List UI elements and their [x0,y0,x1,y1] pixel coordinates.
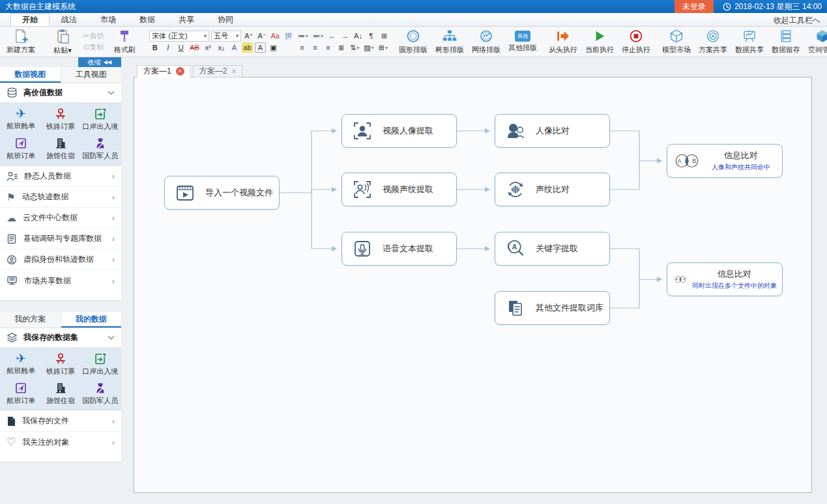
network-layout-button[interactable]: 网络排版 [468,28,504,55]
italic-button[interactable]: I [162,42,173,53]
line-spacing-button[interactable]: ⇅▾ [349,42,360,53]
subscript-button[interactable]: x₂ [216,42,227,53]
grid-item-flight-order[interactable]: 航班订单 [1,137,41,161]
grid-item-hotel-stay[interactable]: 旅馆住宿 [41,137,81,161]
tab-tool-view[interactable]: 工具视图 [61,67,122,83]
ribbon-tab-collab[interactable]: 协同 [206,13,245,26]
sidebar-item-static-personnel[interactable]: 静态人员数据 › [0,166,121,187]
node-face-compare[interactable]: 人像比对 [495,114,610,148]
sidebar-collapse-button[interactable]: 收缩 ◀◀ [78,57,121,67]
format-painter-button[interactable]: 格式刷 [106,29,143,55]
sidebar-item-virtual-identity[interactable]: 虚拟身份和轨迹数据 › [0,249,121,270]
increase-indent-button[interactable]: → [340,31,351,41]
grid-item-flight-manifest[interactable]: ✈ 航班舱单 [1,107,41,132]
tab-data-view[interactable]: 数据视图 [0,67,61,83]
font-family-select[interactable]: 宋体 (正文)▾ [149,31,209,42]
font-size-select[interactable]: 五号▾ [211,31,241,42]
data-retention-button[interactable]: 数据留存 [768,28,804,55]
node-keyword-extract[interactable]: A 关键字提取 [495,232,610,266]
grid-item-flight-manifest[interactable]: ✈ 航班舱单 [1,352,41,376]
bullet-list-button[interactable]: ≔▾ [297,31,310,41]
section-high-value-data[interactable]: 高价值数据 [0,83,121,103]
character-shading-button[interactable]: ▣ [268,42,279,53]
grid-item-border-entry-exit[interactable]: 口岸出入境 [80,107,120,132]
numbered-list-button[interactable]: ≕▾ [312,31,325,41]
grid-item-military-personnel[interactable]: 国防军人员 [80,137,120,161]
ribbon-tab-data[interactable]: 数据 [128,13,167,26]
sidebar-item-market-shared[interactable]: 市场共享数据 › [0,270,121,291]
change-case-button[interactable]: Aa [270,31,281,41]
shrink-font-button[interactable]: A⁻ [256,31,267,41]
section-my-saved-datasets[interactable]: 我保存的数据集 [0,328,121,348]
grid-item-hotel-stay[interactable]: 旅馆住宿 [41,382,81,406]
plan-tab-1[interactable]: 方案—1 × [137,65,191,77]
run-current-button[interactable]: 当前执行 [581,28,618,55]
underline-button[interactable]: U [175,42,186,53]
stop-run-button[interactable]: 停止执行 [618,28,654,55]
ribbon-tab-share[interactable]: 共享 [167,13,206,26]
node-import-video[interactable]: 导入一个视频文件 [164,176,280,210]
flow-canvas[interactable]: 导入一个视频文件 视频人像提取 视频声纹提取 [134,77,812,493]
file-icon [7,416,16,427]
close-tab-icon[interactable]: × [176,67,184,76]
login-status-badge[interactable]: 未登录 [675,0,714,13]
shading-fill-button[interactable]: ▨▾ [362,42,375,53]
ribbon-tab-market[interactable]: 市场 [89,13,128,26]
grow-font-button[interactable]: A⁺ [243,31,254,41]
sidebar-item-basic-research[interactable]: 基础调研与专题库数据 › [0,229,121,249]
node-video-face-extract[interactable]: 视频人像提取 [341,114,457,148]
collapse-toolbar-button[interactable]: 收起工具栏へ [774,15,820,26]
other-layout-button[interactable]: 其他 其他排版 [504,28,541,55]
run-from-start-button[interactable]: 从头执行 [545,28,581,55]
new-plan-button[interactable]: 新建方案 [3,28,39,55]
align-left-button[interactable]: ≡ [297,42,308,53]
tab-my-plans[interactable]: 我的方案 [0,312,61,328]
justify-button[interactable]: ≣ [336,42,347,53]
highlight-button[interactable]: ab [242,42,253,53]
superscript-button[interactable]: x² [203,42,214,53]
circle-layout-button[interactable]: 圆形排版 [395,28,431,55]
model-market-button[interactable]: 模型市场 [658,28,695,55]
node-video-voiceprint-extract[interactable]: 视频声纹提取 [341,173,457,206]
grid-item-military-personnel[interactable]: 国防军人员 [80,382,120,406]
node-voiceprint-compare[interactable]: 声纹比对 [495,173,610,206]
borders-button[interactable]: ⊞▾ [377,42,389,53]
insert-table-button[interactable]: ⊞ [379,31,390,41]
tab-my-data[interactable]: 我的数据 [61,312,122,328]
tree-layout-button[interactable]: 树形排版 [431,28,468,55]
pinyin-button[interactable]: 拼 [283,31,294,41]
node-info-compare-2[interactable]: A B 信息比对 同时出现在多个文件中的对象 [667,262,783,296]
decrease-indent-button[interactable]: ← [326,31,338,41]
plan-share-button[interactable]: 方案共享 [695,28,731,55]
paragraph-marks-button[interactable]: ¶ [366,31,377,41]
align-right-button[interactable]: ≡ [323,42,334,53]
node-speech-to-text-extract[interactable]: 语音文本提取 [341,232,457,266]
dropdown-icon: ▾ [236,33,239,39]
character-border-button[interactable]: A [255,42,266,53]
cut-button[interactable]: ✂剪切 [82,31,105,42]
bold-button[interactable]: B [149,42,160,53]
sidebar-item-my-followed-objects[interactable]: ♡ 我关注的对象 › [0,432,121,453]
node-other-files-lexicon[interactable]: 其他文件提取词库 [495,291,610,325]
sidebar-item-my-saved-files[interactable]: 我保存的文件 › [0,411,121,432]
strikethrough-button[interactable]: AB [188,42,201,53]
align-center-button[interactable]: ≡ [310,42,321,53]
node-info-compare-1[interactable]: A B 信息比对 人像和声纹共同命中 [667,144,783,178]
plan-tab-2[interactable]: 方案—2 × [193,65,243,77]
grid-item-flight-order[interactable]: 航班订单 [1,382,41,406]
paste-button[interactable]: 粘贴▾ [44,28,81,56]
font-color-button[interactable]: A [229,42,240,53]
space-management-button[interactable]: 空间管理 [804,28,827,55]
ribbon-tab-start[interactable]: 开始 [10,13,50,26]
sidebar-item-cloud-file[interactable]: ☁ 云文件中心数据 › [0,208,121,229]
grid-item-rail-ticket[interactable]: 铁路订票 [41,352,81,376]
grid-item-rail-ticket[interactable]: 铁路订票 [41,107,81,132]
copy-button[interactable]: ⊡复制 [82,42,105,53]
ribbon-tab-tactics[interactable]: 战法 [50,13,89,26]
data-view-panel: 数据视图 工具视图 高价值数据 ✈ 航班舱单 铁路订票 [0,67,121,300]
grid-item-border-entry-exit[interactable]: 口岸出入境 [80,352,120,376]
close-tab-icon[interactable]: × [231,67,236,76]
sidebar-item-dynamic-track[interactable]: ⚑ 动态轨迹数据 › [0,187,121,208]
data-share-button[interactable]: 数据共享 [731,28,768,55]
sort-button[interactable]: A↓ [353,31,364,41]
